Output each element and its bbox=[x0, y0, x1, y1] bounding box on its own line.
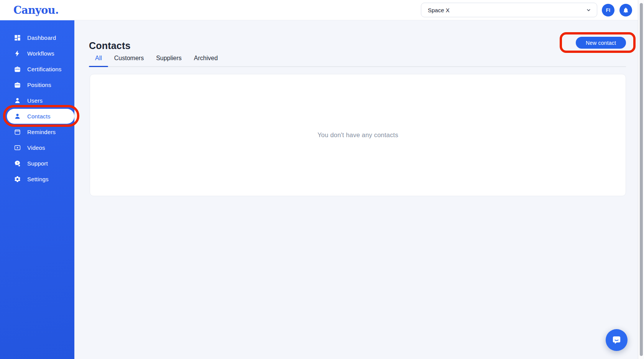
chevron-down-icon bbox=[586, 7, 591, 13]
sidebar-item-label: Reminders bbox=[27, 129, 56, 135]
sidebar-item-label: Support bbox=[27, 160, 48, 167]
tab-suppliers[interactable]: Suppliers bbox=[150, 50, 188, 66]
chat-widget-button[interactable] bbox=[606, 329, 628, 351]
sidebar-item-label: Users bbox=[27, 97, 43, 104]
contacts-tab-bar: AllCustomersSuppliersArchived bbox=[89, 50, 626, 67]
sidebar-item-label: Contacts bbox=[27, 113, 51, 120]
sidebar-item-positions[interactable]: Positions bbox=[0, 77, 74, 93]
new-contact-button[interactable]: New contact bbox=[576, 37, 626, 49]
sidebar-item-label: Certifications bbox=[27, 66, 62, 72]
sidebar-item-label: Workflows bbox=[27, 50, 54, 57]
tab-all[interactable]: All bbox=[89, 50, 108, 66]
positions-icon bbox=[14, 81, 21, 89]
workspace-selector-value: Space X bbox=[428, 7, 450, 13]
sidebar-item-dashboard[interactable]: Dashboard bbox=[0, 30, 74, 46]
sidebar-item-users[interactable]: Users bbox=[0, 93, 74, 108]
sidebar-item-label: Videos bbox=[27, 144, 45, 151]
reminders-icon bbox=[14, 128, 21, 136]
sidebar-item-label: Positions bbox=[27, 82, 51, 88]
scrollbar-thumb[interactable] bbox=[640, 3, 643, 356]
workflows-icon bbox=[14, 50, 21, 57]
settings-icon bbox=[14, 175, 21, 183]
notifications-button[interactable] bbox=[619, 4, 632, 16]
sidebar-item-certifications[interactable]: Certifications bbox=[0, 61, 74, 77]
sidebar-item-contacts[interactable]: Contacts bbox=[0, 108, 74, 124]
page-title: Contacts bbox=[89, 40, 131, 51]
sidebar-item-label: Settings bbox=[27, 176, 49, 182]
contacts-list-panel: You don't have any contacts bbox=[90, 74, 626, 196]
support-icon bbox=[14, 160, 21, 167]
avatar[interactable]: FI bbox=[602, 4, 614, 16]
sidebar-item-settings[interactable]: Settings bbox=[0, 171, 74, 187]
sidebar: DashboardWorkflowsCertificationsPosition… bbox=[0, 20, 74, 359]
tab-archived[interactable]: Archived bbox=[188, 50, 224, 66]
dashboard-icon bbox=[14, 34, 21, 41]
app-window: Canyou. Space X FI DashboardWorkflowsCer… bbox=[0, 0, 644, 359]
sidebar-item-workflows[interactable]: Workflows bbox=[0, 46, 74, 61]
workspace-selector[interactable]: Space X bbox=[421, 3, 597, 17]
videos-icon bbox=[14, 144, 21, 151]
tab-customers[interactable]: Customers bbox=[108, 50, 150, 66]
top-bar: Canyou. Space X FI bbox=[0, 0, 644, 20]
empty-state-message: You don't have any contacts bbox=[317, 131, 398, 139]
canyou-logo[interactable]: Canyou. bbox=[13, 4, 59, 16]
users-icon bbox=[14, 97, 21, 104]
sidebar-item-label: Dashboard bbox=[27, 34, 56, 41]
sidebar-item-reminders[interactable]: Reminders bbox=[0, 124, 74, 140]
sidebar-item-support[interactable]: Support bbox=[0, 156, 74, 171]
certifications-icon bbox=[14, 66, 21, 73]
page-scrollbar[interactable] bbox=[638, 0, 644, 359]
sidebar-item-videos[interactable]: Videos bbox=[0, 140, 74, 156]
bell-icon bbox=[623, 7, 629, 13]
chat-bubble-icon bbox=[611, 335, 622, 345]
contacts-icon bbox=[14, 113, 21, 120]
